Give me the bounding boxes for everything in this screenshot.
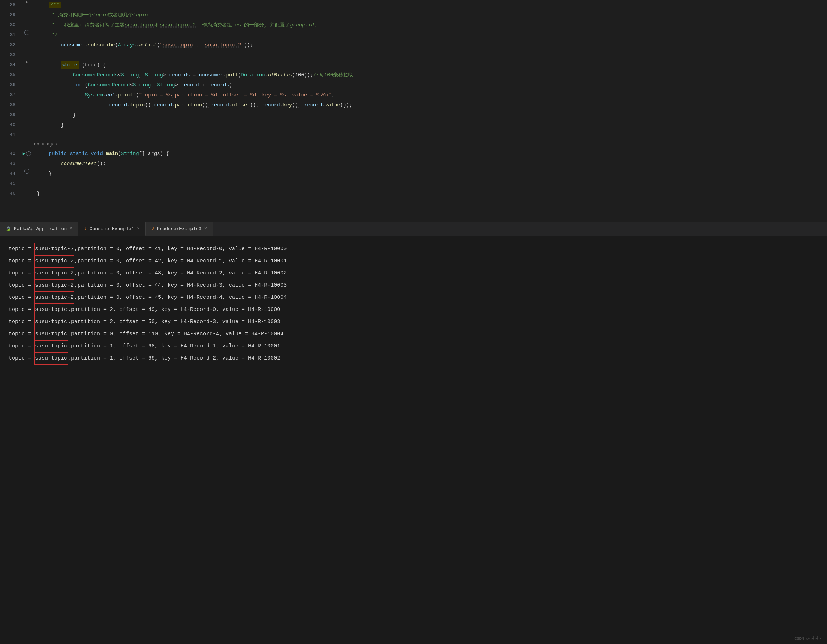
no-usages-label: no usages — [34, 140, 827, 149]
code-content-44: } — [34, 169, 827, 179]
line-number-43: 43 — [0, 159, 20, 169]
code-content-42: public static void main(String[] args) { — [34, 149, 827, 159]
code-content-30: * 我这里: 消费者订阅了主题susu-topic和susu-topic-2, … — [34, 20, 827, 30]
tab-label-producer: ProducerExample3 — [157, 226, 201, 232]
console-suffix-6: ,partition = 2, offset = 50, key = H4-Re… — [68, 316, 280, 328]
code-content-37: System.out.printf("topic = %s,partition … — [34, 90, 827, 100]
fold-icon-28[interactable]: ▶ — [25, 0, 29, 4]
console-prefix-2: topic = — [9, 268, 34, 279]
line-number-37: 37 — [0, 90, 20, 100]
console-line-7: topic = susu-topic,partition = 0, offset… — [9, 328, 818, 340]
console-line-0: topic = susu-topic-2,partition = 0, offs… — [9, 243, 818, 255]
tab-kafka-api-application[interactable]: 🍃 KafkaApiApplication × — [0, 221, 78, 236]
code-line-39: 39 } — [0, 110, 827, 120]
code-content-43: consumerTest(); — [34, 159, 827, 169]
console-topic-0: susu-topic-2 — [34, 243, 74, 255]
console-prefix-8: topic = — [9, 341, 34, 352]
tab-close-producer[interactable]: × — [204, 226, 207, 231]
console-suffix-2: ,partition = 0, offset = 43, key = H4-Re… — [74, 268, 287, 279]
console-suffix-1: ,partition = 0, offset = 42, key = H4-Re… — [74, 256, 287, 267]
code-line-38: 38 record.topic(),record.partition(),rec… — [0, 100, 827, 110]
code-line-34: 34 ▶ while (true) { — [0, 60, 827, 70]
run-icon-42[interactable]: ▶ — [22, 149, 25, 159]
line-number-31: 31 — [0, 30, 20, 40]
code-line-36: 36 for (ConsumerRecord<String, String> r… — [0, 80, 827, 90]
line-number-38: 38 — [0, 100, 20, 110]
line-number-34: 34 — [0, 60, 20, 70]
line-number-30: 30 — [0, 20, 20, 30]
breakpoint-44[interactable] — [24, 169, 29, 174]
csdn-watermark: CSDN @·苏苏~ — [794, 636, 821, 641]
line-number-33: 33 — [0, 50, 20, 60]
line-number-41: 41 — [0, 130, 20, 140]
console-line-9: topic = susu-topic,partition = 1, offset… — [9, 352, 818, 365]
code-line-37: 37 System.out.printf("topic = %s,partiti… — [0, 90, 827, 100]
code-content-46: } — [34, 189, 827, 199]
tab-close-consumer[interactable]: × — [137, 226, 139, 231]
console-suffix-9: ,partition = 1, offset = 69, key = H4-Re… — [68, 353, 280, 364]
console-prefix-5: topic = — [9, 304, 34, 316]
code-content-34: while (true) { — [34, 60, 827, 70]
console-line-6: topic = susu-topic,partition = 2, offset… — [9, 316, 818, 328]
line-number-35: 35 — [0, 70, 20, 80]
code-line-42: 42 ▶ public static void main(String[] ar… — [0, 149, 827, 159]
code-content-32: consumer.subscribe(Arrays.asList("susu-t… — [34, 40, 827, 50]
line-number-46: 46 — [0, 189, 20, 199]
code-line-28: 28 ▶ /** — [0, 0, 827, 10]
console-topic-4: susu-topic-2 — [34, 292, 74, 304]
gutter-28: ▶ — [20, 0, 34, 4]
line-number-32: 32 — [0, 40, 20, 50]
spring-icon-kafka: 🍃 — [6, 226, 11, 232]
console-suffix-8: ,partition = 1, offset = 68, key = H4-Re… — [68, 341, 280, 352]
console-prefix-9: topic = — [9, 353, 34, 364]
code-line-46: 46 } — [0, 189, 827, 199]
console-area: topic = susu-topic-2,partition = 0, offs… — [0, 236, 827, 644]
code-line-32: 32 consumer.subscribe(Arrays.asList("sus… — [0, 40, 827, 50]
console-topic-1: susu-topic-2 — [34, 255, 74, 267]
line-number-28: 28 — [0, 0, 20, 10]
tab-label-consumer: ConsumerExample1 — [90, 226, 134, 232]
line-number-45: 45 — [0, 179, 20, 189]
line-number-36: 36 — [0, 80, 20, 90]
code-content-29: * 消费订阅哪一个topic或者哪几个topic — [34, 10, 827, 20]
tab-consumer-example1[interactable]: J ConsumerExample1 × — [78, 221, 145, 236]
code-content-35: ConsumerRecords<String, String> records … — [34, 70, 827, 80]
java-icon-consumer: J — [84, 226, 86, 231]
code-line-40: 40 } — [0, 120, 827, 130]
console-prefix-6: topic = — [9, 316, 34, 328]
code-line-41: 41 — [0, 130, 827, 140]
gutter-31 — [20, 30, 34, 35]
code-line-45: 45 — [0, 179, 827, 189]
breakpoint-42[interactable] — [26, 151, 31, 156]
console-suffix-5: ,partition = 2, offset = 49, key = H4-Re… — [68, 304, 280, 316]
code-line-43: 43 consumerTest(); — [0, 159, 827, 169]
console-prefix-4: topic = — [9, 292, 34, 303]
console-suffix-4: ,partition = 0, offset = 45, key = H4-Re… — [74, 292, 287, 303]
line-number-39: 39 — [0, 110, 20, 120]
console-topic-9: susu-topic — [34, 352, 68, 365]
console-topic-7: susu-topic — [34, 328, 68, 340]
fold-icon-34[interactable]: ▶ — [25, 60, 29, 64]
tab-producer-example3[interactable]: J ProducerExample3 × — [146, 221, 213, 236]
code-content-36: for (ConsumerRecord<String, String> reco… — [34, 80, 827, 90]
tab-label-kafka: KafkaApiApplication — [14, 226, 67, 232]
line-number-44: 44 — [0, 169, 20, 179]
console-topic-3: susu-topic-2 — [34, 279, 74, 292]
editor-area: 28 ▶ /** 29 * 消费订阅哪一个topic或者哪几个topic 30 … — [0, 0, 827, 221]
gutter-42: ▶ — [20, 149, 34, 159]
console-line-3: topic = susu-topic-2,partition = 0, offs… — [9, 279, 818, 292]
tab-close-kafka[interactable]: × — [70, 226, 72, 231]
line-number-40: 40 — [0, 120, 20, 130]
gutter-44 — [20, 169, 34, 174]
code-line-33: 33 — [0, 50, 827, 60]
code-content-38: record.topic(),record.partition(),record… — [34, 100, 827, 110]
line-number-42: 42 — [0, 149, 20, 159]
console-suffix-3: ,partition = 0, offset = 44, key = H4-Re… — [74, 280, 287, 291]
code-line-31: 31 */ — [0, 30, 827, 40]
console-suffix-0: ,partition = 0, offset = 41, key = H4-Re… — [74, 243, 287, 255]
breakpoint-31[interactable] — [24, 30, 29, 35]
code-line-35: 35 ConsumerRecords<String, String> recor… — [0, 70, 827, 80]
console-line-5: topic = susu-topic,partition = 2, offset… — [9, 304, 818, 316]
code-line-30: 30 * 我这里: 消费者订阅了主题susu-topic和susu-topic-… — [0, 20, 827, 30]
console-line-2: topic = susu-topic-2,partition = 0, offs… — [9, 267, 818, 279]
